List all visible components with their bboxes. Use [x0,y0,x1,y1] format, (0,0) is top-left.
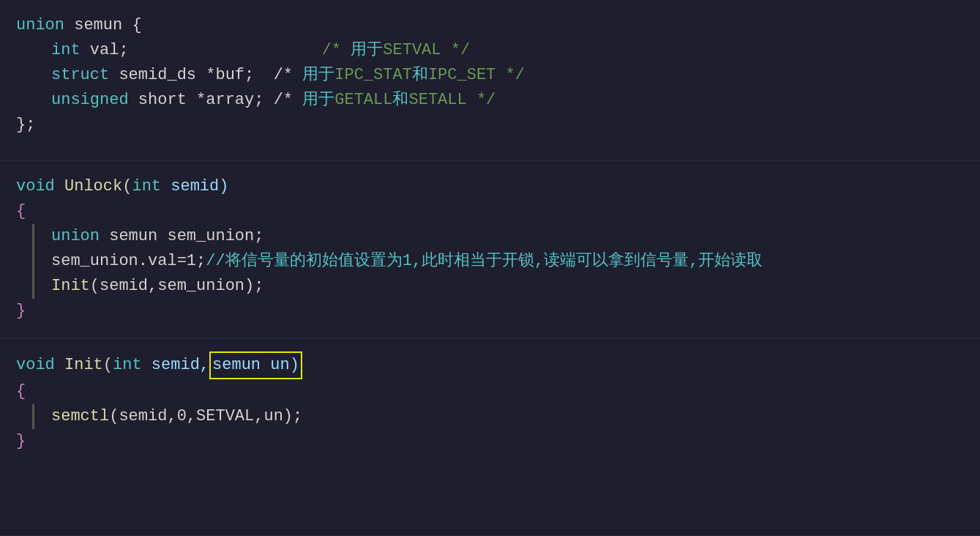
keyword-unsigned: unsigned [51,88,129,113]
comment-setval: /* [322,38,351,63]
code-block-3: void Init(int semid,semun un) { semctl(s… [0,338,980,536]
line-b1l3: struct semid_ds *buf; /* 用于IPC_STAT和IPC_… [16,63,964,88]
line-b2l2: { [16,199,964,224]
keyword-struct: struct [51,63,109,88]
code-block-1: union semun { int val; /* 用于SETVAL */ st… [0,0,980,161]
line-b2l1: void Unlock(int semid) [16,174,964,199]
line-b1l5: }; [16,113,964,138]
line-b3l1: void Init(int semid,semun un) [16,351,964,379]
fn-init: Init [64,353,103,378]
brace-open-3: { [16,379,26,404]
brace-open: { [16,199,26,224]
line-b2l5: Init(semid,sem_union); [51,274,964,299]
code-editor: union semun { int val; /* 用于SETVAL */ st… [0,0,980,536]
line-b1l1: union semun { [16,13,964,38]
keyword-void: void [16,174,55,199]
line-b3l4: } [16,429,964,454]
keyword-int: int [51,38,81,63]
highlight-param-semun: semun un) [209,351,302,379]
line-b2l3: union semun sem_union; [51,224,964,249]
line-b3l2: { [16,379,964,404]
type-semun: semun [74,13,122,38]
brace-close-3: } [16,429,26,454]
brace-close: } [16,299,26,324]
fn-semctl: semctl [51,404,109,429]
line-b1l2: int val; /* 用于SETVAL */ [16,38,964,63]
keyword-void-2: void [16,353,55,378]
keyword-union: union [16,13,74,38]
line-b2l4: sem_union.val=1;//将信号量的初始值设置为1,此时相当于开锁,读… [51,249,964,274]
line-b1l4: unsigned short *array; /* 用于GETALL和SETAL… [16,88,964,113]
fn-init-call: Init [51,274,90,299]
line-b2l6: } [16,299,964,324]
vertical-bar-2 [32,224,34,299]
line-b3l3: semctl(semid,0,SETVAL,un); [51,404,964,429]
code-block-2: void Unlock(int semid) { union semun sem… [0,161,980,338]
comment-init-unlock: //将信号量的初始值设置为1,此时相当于开锁,读端可以拿到信号量,开始读取 [206,249,763,274]
vertical-bar-3 [32,404,34,429]
fn-unlock: Unlock [64,174,122,199]
